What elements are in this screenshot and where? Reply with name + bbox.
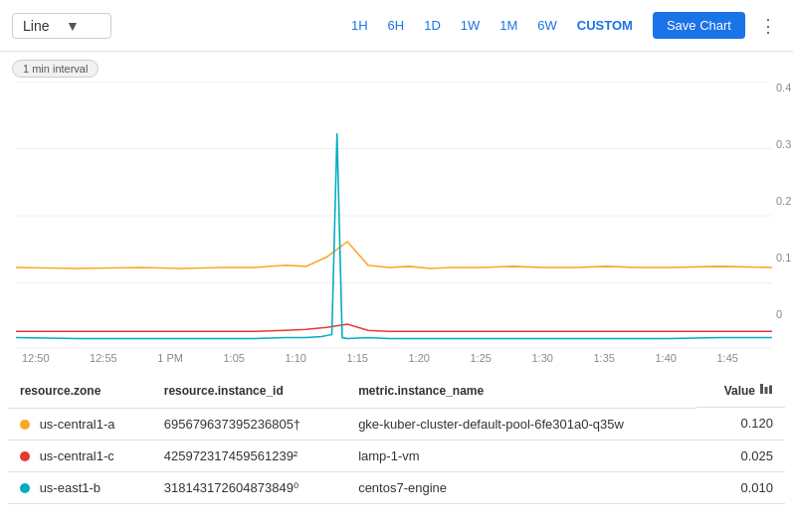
svg-rect-5 (760, 384, 763, 394)
time-btn-1h[interactable]: 1H (343, 14, 376, 37)
time-btn-1m[interactable]: 1M (492, 14, 525, 37)
x-label-2: 12:55 (90, 352, 117, 364)
chart-svg (16, 82, 772, 350)
cell-instance-id-2: 318143172604873849⁰ (152, 471, 346, 503)
time-btn-6w[interactable]: 6W (529, 14, 565, 37)
column-config-icon[interactable] (759, 382, 773, 399)
y-label-04: 0.4 (776, 82, 791, 93)
chevron-down-icon: ▼ (66, 18, 100, 34)
x-label-3: 1 PM (157, 352, 183, 364)
x-label-5: 1:10 (285, 352, 305, 364)
y-label-03: 0.3 (776, 138, 791, 150)
time-range-group: 1H 6H 1D 1W 1M 6W CUSTOM Save Chart ⋮ (343, 11, 781, 41)
chart-type-label: Line (23, 18, 58, 34)
cell-zone-0: us-central1-a (8, 408, 152, 440)
x-label-10: 1:35 (593, 352, 614, 364)
y-label-01: 0.1 (776, 252, 791, 264)
cell-metric-name-2: centos7-engine (346, 471, 696, 503)
chart-type-dropdown[interactable]: Line ▼ (12, 13, 111, 39)
cell-metric-name-1: lamp-1-vm (346, 440, 696, 471)
more-options-button[interactable]: ⋮ (755, 11, 781, 41)
cell-metric-name-0: gke-kuber-cluster-default-pool-6fe301a0-… (346, 408, 696, 440)
interval-badge: 1 min interval (12, 60, 99, 78)
x-label-12: 1:45 (716, 352, 737, 364)
x-axis-labels: 12:50 12:55 1 PM 1:05 1:10 1:15 1:20 1:2… (12, 350, 768, 364)
svg-rect-6 (765, 387, 768, 394)
col-header-metric: metric.instance_name (346, 374, 696, 408)
legend-dot-0 (20, 420, 30, 430)
x-label-4: 1:05 (223, 352, 244, 364)
y-label-00: 0 (776, 308, 791, 320)
save-chart-button[interactable]: Save Chart (653, 12, 745, 39)
time-btn-custom[interactable]: CUSTOM (569, 14, 641, 37)
table-row: us-east1-b 318143172604873849⁰ centos7-e… (8, 471, 785, 503)
time-btn-1d[interactable]: 1D (416, 14, 449, 37)
cell-instance-id-1: 425972317459561239² (152, 440, 346, 471)
zone-label-1: us-central1-c (40, 448, 114, 463)
col-header-instance-id: resource.instance_id (152, 374, 346, 408)
table-row: us-central1-c 425972317459561239² lamp-1… (8, 440, 785, 471)
table-header-row: resource.zone resource.instance_id metri… (8, 374, 785, 408)
legend-dot-2 (20, 483, 30, 493)
x-label-6: 1:15 (346, 352, 367, 364)
y-label-02: 0.2 (776, 195, 791, 207)
x-label-11: 1:40 (655, 352, 676, 364)
data-table-section: resource.zone resource.instance_id metri… (0, 374, 793, 504)
col-header-value: Value (696, 374, 785, 408)
cell-zone-1: us-central1-c (8, 440, 152, 471)
cell-instance-id-0: 695679637395236805† (152, 408, 346, 440)
zone-label-0: us-central1-a (40, 417, 115, 432)
toolbar: Line ▼ 1H 6H 1D 1W 1M 6W CUSTOM Save Cha… (0, 0, 793, 52)
time-btn-6h[interactable]: 6H (380, 14, 413, 37)
table-row: us-central1-a 695679637395236805† gke-ku… (8, 408, 785, 440)
svg-rect-7 (769, 386, 772, 395)
col-header-zone: resource.zone (8, 374, 152, 408)
x-label-8: 1:25 (470, 352, 491, 364)
time-btn-1w[interactable]: 1W (453, 14, 489, 37)
data-table: resource.zone resource.instance_id metri… (8, 374, 785, 504)
x-label-7: 1:20 (408, 352, 429, 364)
y-axis-labels: 0.4 0.3 0.2 0.1 0 (776, 82, 791, 340)
legend-dot-1 (20, 451, 30, 461)
x-label-9: 1:30 (531, 352, 552, 364)
chart-container (16, 82, 772, 350)
cell-value-2: 0.010 (696, 471, 785, 503)
cell-value-0: 0.120 (696, 408, 785, 440)
cell-value-1: 0.025 (696, 440, 785, 471)
chart-area: 1 min interval 0.4 0.3 0.2 0.1 (0, 52, 793, 370)
zone-label-2: us-east1-b (40, 480, 100, 495)
x-label-1: 12:50 (22, 352, 50, 364)
cell-zone-2: us-east1-b (8, 471, 152, 503)
